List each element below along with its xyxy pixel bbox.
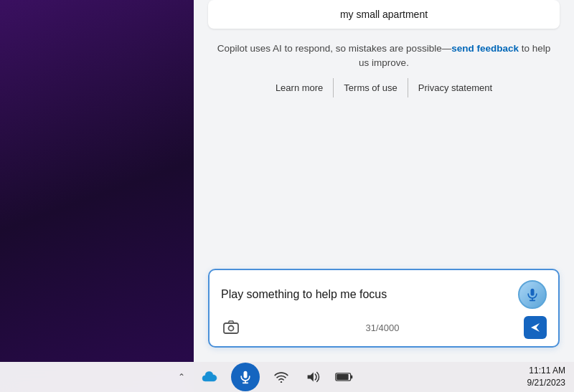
chat-bubble-top: my small apartment bbox=[208, 0, 560, 29]
input-bottom-row: 31/4000 bbox=[221, 316, 547, 339]
taskbar-time-display: 11:11 AM 9/21/2023 bbox=[522, 365, 565, 389]
svg-marker-9 bbox=[308, 372, 314, 381]
time-text: 11:11 AM bbox=[527, 365, 565, 377]
battery-svg bbox=[335, 372, 354, 382]
svg-rect-0 bbox=[531, 289, 535, 296]
disclaimer-prefix: Copilot uses AI to respond, so mistakes … bbox=[217, 43, 451, 54]
camera-icon[interactable] bbox=[221, 317, 241, 338]
taskbar-cloud-icon[interactable] bbox=[199, 367, 220, 387]
taskbar-mic-icon bbox=[238, 370, 253, 384]
main-content: my small apartment Copilot uses AI to re… bbox=[194, 0, 574, 362]
disclaimer-area: Copilot uses AI to respond, so mistakes … bbox=[194, 29, 574, 105]
terms-of-use-link[interactable]: Terms of use bbox=[334, 78, 408, 98]
taskbar-battery-icon[interactable] bbox=[334, 367, 354, 387]
taskbar-chevron-up[interactable]: ⌃ bbox=[175, 369, 188, 385]
volume-svg bbox=[306, 371, 320, 383]
char-count: 31/4000 bbox=[366, 322, 400, 333]
camera-svg bbox=[222, 319, 240, 336]
privacy-statement-link[interactable]: Privacy statement bbox=[408, 78, 502, 98]
wifi-svg bbox=[274, 371, 288, 383]
disclaimer-text: Copilot uses AI to respond, so mistakes … bbox=[211, 42, 557, 71]
taskbar-volume-icon[interactable] bbox=[303, 367, 323, 387]
svg-rect-5 bbox=[244, 371, 248, 378]
learn-more-link[interactable]: Learn more bbox=[265, 78, 334, 98]
cloud-svg bbox=[202, 371, 217, 383]
mic-icon-input bbox=[525, 287, 540, 302]
input-box: Play something to help me focus 31/4000 bbox=[208, 269, 560, 348]
svg-point-8 bbox=[281, 381, 282, 383]
svg-rect-3 bbox=[224, 323, 238, 333]
svg-rect-11 bbox=[351, 376, 353, 378]
send-icon bbox=[529, 321, 542, 334]
taskbar-wifi-icon[interactable] bbox=[271, 367, 291, 387]
date-text: 9/21/2023 bbox=[527, 377, 565, 389]
send-button[interactable] bbox=[524, 316, 547, 339]
taskbar-center-area: ⌃ bbox=[9, 363, 522, 391]
left-sidebar bbox=[0, 0, 194, 392]
input-text-row: Play something to help me focus bbox=[221, 280, 547, 309]
chat-top-text: my small apartment bbox=[340, 9, 428, 20]
svg-point-4 bbox=[229, 326, 234, 331]
mic-button-input[interactable] bbox=[518, 280, 547, 309]
links-row: Learn more Terms of use Privacy statemen… bbox=[211, 78, 557, 98]
svg-rect-12 bbox=[337, 374, 348, 380]
send-feedback-link[interactable]: send feedback bbox=[451, 43, 519, 54]
input-text[interactable]: Play something to help me focus bbox=[221, 288, 518, 301]
taskbar: ⌃ bbox=[0, 362, 574, 392]
taskbar-mic-button[interactable] bbox=[231, 363, 260, 391]
